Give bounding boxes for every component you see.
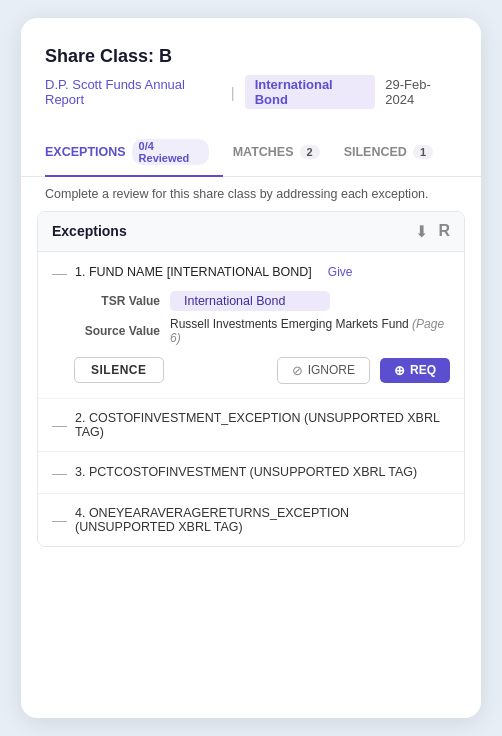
exceptions-header-icons: ⬇ R: [415, 222, 450, 241]
breadcrumb-active: International Bond: [245, 75, 376, 109]
exception-dash-2: —: [52, 416, 67, 433]
exceptions-header-title: Exceptions: [52, 223, 127, 239]
exception-dash-4: —: [52, 511, 67, 528]
breadcrumb: D.P. Scott Funds Annual Report | Interna…: [45, 75, 457, 109]
exception-label-4: 4. ONEYEARAVERAGERETURNS_EXCEPTION (UNSU…: [75, 506, 450, 534]
ignore-icon: ⊘: [292, 363, 303, 378]
source-row: Source Value Russell Investments Emergin…: [74, 317, 450, 345]
tab-matches-badge: 2: [300, 145, 320, 159]
exception-row-1: — 1. FUND NAME [INTERNATIONAL BOND] Give: [52, 264, 450, 281]
card-header: Share Class: B D.P. Scott Funds Annual R…: [21, 46, 481, 121]
breadcrumb-link[interactable]: D.P. Scott Funds Annual Report: [45, 77, 221, 107]
info-banner: Complete a review for this share class b…: [21, 177, 481, 211]
exceptions-section: Exceptions ⬇ R — 1. FUND NAME [INTERNATI…: [37, 211, 465, 547]
breadcrumb-date: 29-Feb-2024: [385, 77, 457, 107]
exception-row-2: — 2. COSTOFINVESTMENT_EXCEPTION (UNSUPPO…: [52, 411, 450, 439]
silence-button[interactable]: SILENCE: [74, 357, 164, 383]
tsr-label: TSR Value: [74, 294, 160, 308]
exception-label-2: 2. COSTOFINVESTMENT_EXCEPTION (UNSUPPORT…: [75, 411, 450, 439]
exceptions-header: Exceptions ⬇ R: [38, 212, 464, 252]
req-button[interactable]: ⊕ REQ: [380, 358, 450, 383]
tab-exceptions-label: EXCEPTIONS: [45, 145, 126, 159]
tab-matches-label: MATCHES: [233, 145, 294, 159]
exception-label-3: 3. PCTCOSTOFINVESTMENT (UNSUPPORTED XBRL…: [75, 465, 417, 479]
tab-silenced[interactable]: SILENCED 1: [344, 135, 447, 171]
exception-row-3: — 3. PCTCOSTOFINVESTMENT (UNSUPPORTED XB…: [52, 464, 450, 481]
tab-exceptions[interactable]: EXCEPTIONS 0/4 Reviewed: [45, 129, 223, 177]
exception-item-4: — 4. ONEYEARAVERAGERETURNS_EXCEPTION (UN…: [38, 494, 464, 546]
ignore-button[interactable]: ⊘ IGNORE: [277, 357, 370, 384]
tsr-row: TSR Value International Bond: [74, 291, 450, 311]
ignore-label: IGNORE: [308, 363, 355, 377]
exception-item-3: — 3. PCTCOSTOFINVESTMENT (UNSUPPORTED XB…: [38, 452, 464, 494]
download-icon[interactable]: ⬇: [415, 222, 428, 241]
exception-dash-1: —: [52, 264, 67, 281]
give-link-1[interactable]: Give: [328, 265, 353, 279]
tab-silenced-label: SILENCED: [344, 145, 407, 159]
action-row-1: SILENCE ⊘ IGNORE ⊕ REQ: [74, 357, 450, 384]
tab-silenced-badge: 1: [413, 145, 433, 159]
tab-matches[interactable]: MATCHES 2: [233, 135, 334, 171]
tabs-row: EXCEPTIONS 0/4 Reviewed MATCHES 2 SILENC…: [21, 129, 481, 177]
source-page: (Page 6): [170, 317, 444, 345]
breadcrumb-separator: |: [231, 84, 235, 101]
req-label: REQ: [410, 363, 436, 377]
exception-label-1: 1. FUND NAME [INTERNATIONAL BOND]: [75, 265, 312, 279]
source-value: Russell Investments Emerging Markets Fun…: [170, 317, 450, 345]
exception-item-1: — 1. FUND NAME [INTERNATIONAL BOND] Give…: [38, 252, 464, 399]
share-class-title: Share Class: B: [45, 46, 457, 67]
req-icon: ⊕: [394, 363, 405, 378]
tsr-source-block-1: TSR Value International Bond Source Valu…: [74, 291, 450, 345]
exception-item-2: — 2. COSTOFINVESTMENT_EXCEPTION (UNSUPPO…: [38, 399, 464, 452]
more-icon[interactable]: R: [438, 222, 450, 240]
main-card: Share Class: B D.P. Scott Funds Annual R…: [21, 18, 481, 718]
exception-row-4: — 4. ONEYEARAVERAGERETURNS_EXCEPTION (UN…: [52, 506, 450, 534]
tab-exceptions-badge: 0/4 Reviewed: [132, 139, 209, 165]
tsr-value: International Bond: [170, 291, 330, 311]
exception-dash-3: —: [52, 464, 67, 481]
source-label: Source Value: [74, 324, 160, 338]
